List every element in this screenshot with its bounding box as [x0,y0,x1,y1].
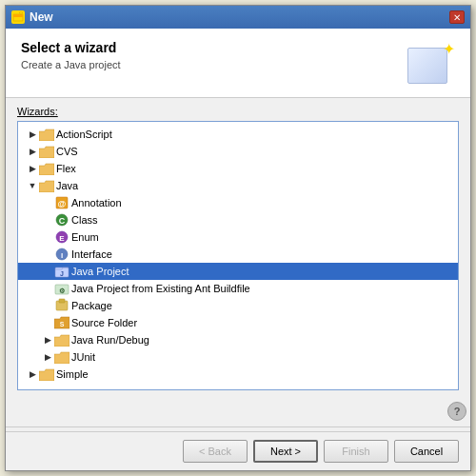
tree-item-junit[interactable]: ▶ JUnit [18,348,458,366]
icon-enum: E [54,229,69,245]
label-javaprojectant: Java Project from Existing Ant Buildfile [71,283,250,294]
header-section: Select a wizard Create a Java project ✦ [6,29,470,98]
label-simple: Simple [56,368,89,380]
bottom-help: ? [6,398,470,423]
spacer [41,196,54,209]
label-javaproject: Java Project [71,266,129,277]
tree-item-package[interactable]: Package [18,297,458,314]
label-sourcefolder: Source Folder [71,317,137,328]
dialog-title: Select a wizard [21,40,121,55]
expand-icon: ▶ [41,350,54,364]
header-text: Select a wizard Create a Java project [21,40,121,70]
tree-item-java[interactable]: ▼ Java [18,177,458,194]
back-button[interactable]: < Back [183,440,248,463]
folder-icon-flex [39,162,54,175]
label-flex: Flex [56,163,76,174]
tree-item-javarundebug[interactable]: ▶ Java Run/Debug [18,331,458,348]
icon-annotation: @ [54,195,69,210]
svg-text:I: I [61,251,63,260]
cancel-button[interactable]: Cancel [394,440,459,463]
label-package: Package [71,300,112,311]
expand-icon: ▶ [26,145,39,158]
tree-item-cvs[interactable]: ▶ CVS [18,143,458,160]
label-actionscript: ActionScript [56,129,112,140]
tree-item-sourcefolder[interactable]: S Source Folder [18,314,458,331]
title-bar: New ✕ [6,6,470,29]
label-java: Java [56,180,78,191]
dialog-window: New ✕ Select a wizard Create a Java proj… [5,5,471,471]
wizard-icon: ✦ [407,40,455,86]
icon-package [54,298,69,313]
label-class: Class [71,214,98,226]
tree-item-javaproject[interactable]: J Java Project [18,263,458,280]
label-annotation: Annotation [71,197,122,208]
svg-text:@: @ [58,199,67,208]
tree-item-interface[interactable]: I Interface [18,246,458,263]
spacer [41,316,54,329]
folder-icon-simple [39,367,54,381]
close-button[interactable]: ✕ [449,10,465,24]
spacer [41,299,54,312]
expand-icon: ▶ [41,333,54,347]
window-title: New [30,10,53,24]
svg-text:S: S [60,321,65,327]
svg-rect-16 [59,299,65,303]
tree-item-simple[interactable]: ▶ Simple [18,366,458,383]
spacer [41,248,54,261]
tree-item-enum[interactable]: E Enum [18,228,458,246]
expand-icon: ▶ [26,162,39,175]
tree-item-javaprojectant[interactable]: ⚙ Java Project from Existing Ant Buildfi… [18,280,458,297]
tree-container[interactable]: ▶ ActionScript ▶ CVS ▶ Flex [17,121,459,390]
icon-sourcefolder: S [54,315,69,330]
sparkle-icon: ✦ [443,40,455,58]
folder-icon-java [39,179,54,192]
label-cvs: CVS [56,146,78,157]
folder-icon-cvs [39,145,54,158]
separator [6,426,470,427]
svg-point-2 [20,11,23,14]
icon-javaproject: J [54,264,69,279]
label-enum: Enum [71,231,99,243]
svg-text:J: J [60,270,64,277]
window-icon [11,10,25,24]
help-button[interactable]: ? [447,402,466,421]
expand-icon: ▶ [26,128,39,141]
svg-text:E: E [59,234,65,243]
spacer [41,213,54,227]
dialog-subtitle: Create a Java project [21,59,121,70]
icon-javaprojectant: ⚙ [54,281,69,296]
svg-rect-1 [13,14,23,17]
spacer [41,265,54,278]
button-bar: < Back Next > Finish Cancel [6,431,470,470]
spacer [41,230,54,244]
label-interface: Interface [71,248,112,260]
icon-interface: I [54,247,69,262]
label-javarundebug: Java Run/Debug [71,334,149,346]
svg-text:C: C [59,216,66,226]
title-bar-left: New [11,10,53,24]
svg-text:⚙: ⚙ [59,288,65,294]
tree-item-class[interactable]: C Class [18,211,458,228]
wizard-image [407,48,447,84]
wizards-label: Wizards: [17,106,459,117]
icon-class: C [54,212,69,228]
expand-icon-java: ▼ [26,179,39,192]
expand-icon: ▶ [26,367,39,381]
folder-icon-javarundebug [54,333,69,347]
body-section: Wizards: ▶ ActionScript ▶ CVS ▶ [6,98,470,398]
label-junit: JUnit [71,351,95,363]
spacer [41,282,54,295]
folder-icon-actionscript [39,128,54,141]
finish-button[interactable]: Finish [324,440,388,463]
folder-icon-junit [54,350,69,364]
tree-item-flex[interactable]: ▶ Flex [18,160,458,177]
tree-item-actionscript[interactable]: ▶ ActionScript [18,126,458,143]
tree-item-annotation[interactable]: @ Annotation [18,194,458,211]
next-button[interactable]: Next > [253,440,318,463]
